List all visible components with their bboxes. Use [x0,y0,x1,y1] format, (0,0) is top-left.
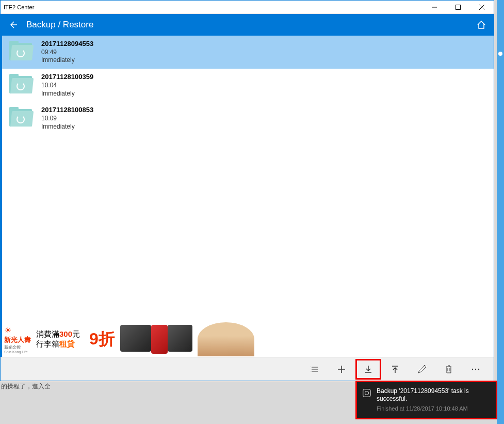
app-header: Backup / Restore [1,14,494,36]
backup-time: 10:09 [41,115,93,123]
edit-button[interactable] [409,359,435,380]
backup-info: 20171128094553 09:49 Immediately [41,40,93,65]
backup-time: 09:49 [41,49,93,57]
background-text: 的操程了，進入全 [1,382,51,391]
close-button[interactable] [470,1,494,14]
delete-button[interactable] [436,359,462,380]
list-button[interactable] [302,359,328,380]
add-button[interactable] [329,359,354,380]
backup-schedule: Immediately [41,56,93,65]
download-icon [363,364,373,374]
backup-list: 20171128094553 09:49 Immediately 2017112… [1,36,494,322]
pencil-icon [417,364,427,374]
backup-list-item[interactable]: 20171128094553 09:49 Immediately [2,36,494,69]
backup-list-item[interactable]: 20171128100853 10:09 Immediately [2,102,494,135]
svg-point-4 [472,368,473,369]
ad-person [198,322,254,356]
backup-info: 20171128100853 10:09 Immediately [41,106,93,131]
download-button[interactable] [355,359,381,380]
app-window: ITE2 Center Backup / Restore [0,0,494,381]
bottom-toolbar [1,357,494,381]
svg-point-6 [478,368,479,369]
toast-notification[interactable]: Backup '20171128094553' task is successf… [355,381,497,419]
notification-app-icon [362,388,371,398]
close-icon [479,5,484,10]
notification-subtitle: Finished at 11/28/2017 10:10:48 AM [377,405,490,412]
minimize-icon [432,5,437,10]
more-icon [470,364,481,374]
trash-icon [444,364,454,374]
ad-discount: 9折 [89,328,115,351]
backup-name: 20171128094553 [41,40,93,49]
window-title: ITE2 Center [4,4,34,10]
folder-sync-icon [9,74,32,93]
backup-schedule: Immediately [41,123,93,131]
home-icon [476,20,486,30]
upload-icon [390,364,400,374]
more-button[interactable] [463,359,489,380]
upload-button[interactable] [382,359,408,380]
minimize-button[interactable] [422,1,446,14]
folder-sync-icon [9,41,32,60]
ad-text: 消費滿300元 行李箱租貸 [36,329,80,349]
svg-rect-1 [456,5,461,9]
backup-name: 20171128100359 [41,73,93,82]
backup-list-item[interactable]: 20171128100359 10:04 Immediately [2,69,494,102]
svg-point-8 [365,391,368,395]
notification-title: Backup '20171128094553' task is successf… [377,387,490,403]
ad-products [120,325,192,354]
maximize-icon [456,5,461,10]
list-icon [310,364,320,374]
back-arrow-icon [8,20,18,30]
page-title: Backup / Restore [26,20,93,30]
titlebar: ITE2 Center [1,1,494,14]
svg-point-5 [475,368,476,369]
background-slider-edge [497,0,504,424]
backup-info: 20171128100359 10:04 Immediately [41,73,93,98]
background-slider-dot [498,52,502,56]
back-button[interactable] [8,20,18,30]
window-controls [422,1,494,14]
backup-time: 10:04 [41,82,93,90]
advertisement-banner[interactable]: ☀ 新光人壽 新光金控 Shin Kong Life 消費滿300元 行李箱租貸… [1,322,492,357]
backup-schedule: Immediately [41,90,93,98]
svg-rect-7 [363,389,370,397]
maximize-button[interactable] [446,1,470,14]
folder-sync-icon [9,107,32,127]
ad-logo: ☀ 新光人壽 新光金控 Shin Kong Life [4,325,31,354]
home-button[interactable] [476,20,486,30]
backup-name: 20171128100853 [41,106,93,115]
plus-icon [336,364,347,374]
